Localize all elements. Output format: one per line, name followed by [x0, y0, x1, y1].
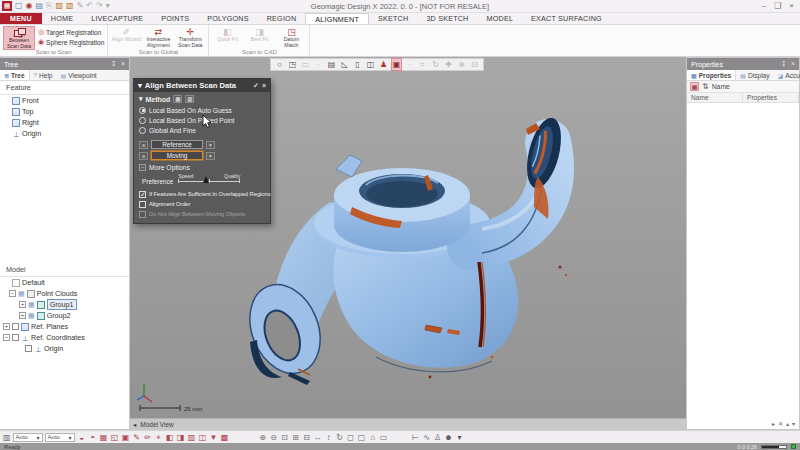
sphere-registration-button[interactable]: ◉ Sphere Registration	[38, 38, 104, 46]
menu-button[interactable]: MENU	[0, 13, 42, 24]
method-option-icon-2[interactable]: ▧	[185, 95, 194, 103]
show-region-icon[interactable]: ▦	[99, 432, 109, 443]
select-rect-icon[interactable]: ▭	[300, 59, 311, 70]
close-icon[interactable]: ×	[262, 82, 266, 89]
edit-spline-icon[interactable]: ✏	[143, 432, 153, 443]
zoom-in-icon[interactable]: ⊕	[258, 432, 268, 443]
model-view-tab[interactable]: Model View	[140, 421, 173, 428]
redo-icon[interactable]: ↷	[96, 1, 103, 11]
datum-match-button[interactable]: ◳ Datum Match	[276, 26, 306, 50]
checkbox-icon[interactable]	[139, 201, 146, 208]
slider-thumb[interactable]	[203, 176, 209, 183]
minimize-button[interactable]: –	[762, 1, 766, 11]
close-icon[interactable]: ×	[121, 60, 125, 68]
align-between-scan-data-button[interactable]: Align Between Scan Data	[3, 26, 35, 50]
expander-icon[interactable]: −	[9, 290, 16, 297]
method-radio-option[interactable]: Local Based On Picked Point	[139, 115, 265, 125]
select-circle-icon[interactable]: ○	[274, 59, 285, 70]
node-checkbox[interactable]	[12, 323, 19, 330]
tab-alignment[interactable]: ALIGNMENT	[305, 13, 369, 24]
model-tree-row[interactable]: + Ref. Planes	[0, 321, 129, 332]
zoom-out-icon[interactable]: ⊖	[269, 432, 279, 443]
collapse-caret-icon[interactable]: ▾	[138, 81, 142, 90]
tab-exact-surfacing[interactable]: EXACT SURFACING	[522, 13, 611, 24]
lasso-select-icon[interactable]: ≈	[417, 59, 428, 70]
save-icon[interactable]: ▤	[36, 1, 44, 11]
front-view-icon[interactable]: ◻	[346, 432, 356, 443]
node-checkbox[interactable]	[25, 345, 32, 352]
show-boundary-icon[interactable]: ◱	[110, 432, 120, 443]
shade-right-icon[interactable]: ◨	[176, 432, 186, 443]
feature-tree-item[interactable]: Front	[0, 95, 129, 106]
interactive-alignment-button[interactable]: ⇄ Interactive Alignment	[143, 26, 173, 50]
zoom-view-icon[interactable]: ⊕	[456, 59, 467, 70]
visibility-icon[interactable]: ▦	[28, 301, 35, 309]
feature-tree-item[interactable]: Top	[0, 106, 129, 117]
select-cube-icon[interactable]: ◳	[287, 59, 298, 70]
active-selection-tool-icon[interactable]: ▣	[391, 58, 402, 71]
home-view-icon[interactable]: ⌂	[368, 432, 378, 443]
dialog-checkbox-row[interactable]: Alignment Order	[134, 199, 270, 209]
more-options-expander-icon[interactable]: −	[139, 164, 146, 171]
sort-icon[interactable]: ⇅	[702, 82, 709, 91]
reference-list-icon[interactable]: ≡	[139, 141, 148, 149]
feature-tree-item[interactable]: Right	[0, 117, 129, 128]
customize-dropdown-icon[interactable]: ▾	[106, 1, 110, 11]
show-point-cloud-icon[interactable]: ◒	[77, 432, 87, 443]
selection-filter-dropdown[interactable]: Auto ▾	[13, 433, 43, 442]
head-model-icon[interactable]: ☻	[444, 432, 454, 443]
close-icon[interactable]: ×	[791, 60, 795, 68]
tab-tree[interactable]: ≣ Tree	[0, 70, 30, 80]
copy-folder-icon[interactable]: ▨	[56, 1, 64, 11]
sheet-display-icon[interactable]: ▯	[352, 59, 363, 70]
zoom-area-icon[interactable]: ⊞	[291, 432, 301, 443]
reference-button[interactable]: Reference	[151, 140, 203, 149]
dot-separator-icon[interactable]: ·	[313, 59, 324, 70]
model-viewport[interactable]: ○◳▭·▤◺▯◫♟▣·≈↻✚⊕⊡ ▾ Align Between Scan Da…	[130, 57, 686, 430]
tab-3d-sketch[interactable]: 3D SKETCH	[417, 13, 477, 24]
measure-distance-icon[interactable]: ⊢	[411, 432, 421, 443]
import-icon[interactable]: ⎘	[46, 1, 52, 11]
moving-button[interactable]: Moving	[151, 151, 203, 160]
rotate-icon[interactable]: ↻	[335, 432, 345, 443]
tab-properties[interactable]: ▦ Properties	[687, 70, 736, 80]
drop-view-icon[interactable]: ▼	[209, 432, 219, 443]
pin-icon[interactable]: ↧	[111, 60, 117, 68]
close-button[interactable]: ×	[789, 1, 794, 11]
maximize-button[interactable]: ❑	[774, 1, 781, 11]
tab-sketch[interactable]: SKETCH	[369, 13, 417, 24]
filter-icon[interactable]: ▥	[3, 433, 11, 442]
pan-horizontal-icon[interactable]: ↔	[313, 432, 323, 443]
paste-folder-icon[interactable]: ▧	[66, 1, 74, 11]
grid-view-icon[interactable]: ▩	[220, 432, 230, 443]
viewport-layout-icon[interactable]: ▭	[379, 432, 389, 443]
method-option-icon-1[interactable]: ▦	[173, 95, 182, 103]
model-tree-row[interactable]: + ▦ Group1	[0, 299, 129, 310]
split-view-icon[interactable]: ◫	[365, 59, 376, 70]
tab-close-icon[interactable]: ✕	[778, 420, 783, 427]
tab-accuracy-analyzer[interactable]: ◪ Accuracy Analyze...	[774, 70, 800, 80]
tab-livecapture[interactable]: LIVECAPTURE	[82, 13, 152, 24]
show-mesh-icon[interactable]: ◓	[88, 432, 98, 443]
moving-options-icon[interactable]: ▾	[206, 152, 215, 160]
open-file-icon[interactable]: ◉	[26, 1, 33, 11]
dot-separator-icon[interactable]: ·	[404, 59, 415, 70]
section-caret-icon[interactable]: ▾	[139, 95, 143, 103]
expander-icon[interactable]: +	[19, 312, 26, 319]
dialog-checkbox-row[interactable]: Do Not Align Between Moving Objects	[134, 209, 270, 219]
zoom-fit-icon[interactable]: ⊡	[280, 432, 290, 443]
model-tree-row[interactable]: − ▦ Point Clouds	[0, 288, 129, 299]
zoom-previous-icon[interactable]: ⊟	[302, 432, 312, 443]
node-checkbox[interactable]	[12, 334, 19, 341]
tab-points[interactable]: POINTS	[152, 13, 198, 24]
tab-display[interactable]: ▤ Display	[736, 70, 773, 80]
edit-sketch-icon[interactable]: ✎	[132, 432, 142, 443]
align-between-scan-data-dialog[interactable]: ▾ Align Between Scan Data ✓ × ▾ Method ▦…	[133, 78, 271, 224]
tab-help[interactable]: ? Help	[30, 70, 57, 80]
tab-scroll-left-icon[interactable]: ◂	[133, 421, 136, 429]
pan-view-icon[interactable]: ✚	[443, 59, 454, 70]
moving-list-icon[interactable]: ≡	[139, 152, 148, 160]
model-tree-row[interactable]: Origin	[0, 343, 129, 354]
section-view-icon[interactable]: ◫	[198, 432, 208, 443]
iso-view-icon[interactable]: ▢	[357, 432, 367, 443]
